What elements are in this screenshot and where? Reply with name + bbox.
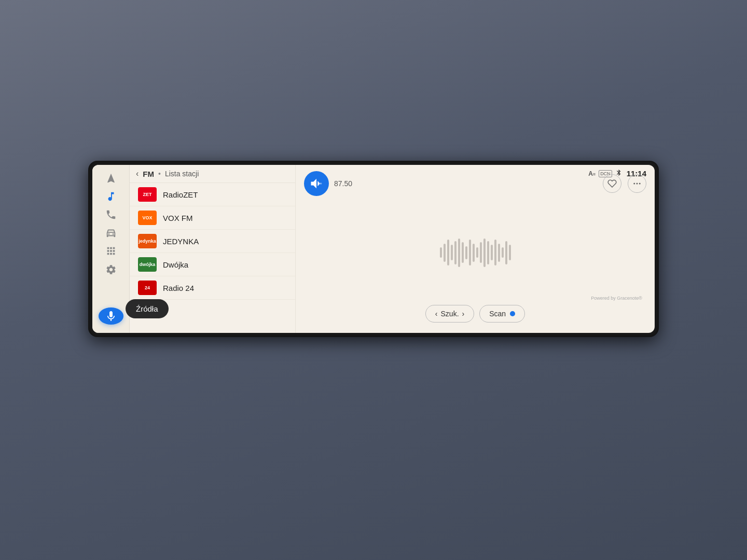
infotainment-screen: A≡ DCN 11:14 — [92, 165, 655, 333]
wave-bar — [480, 242, 482, 263]
player-actions — [603, 174, 646, 193]
wave-bar — [476, 247, 478, 258]
wave-bar — [487, 241, 489, 264]
station-logo: jedynka — [138, 234, 157, 248]
wave-bar — [440, 247, 442, 258]
separator-dot: • — [158, 170, 161, 178]
list-item[interactable]: dwójkaDwójka — [130, 253, 295, 276]
player-panel: 87.50 Powered by Gracenot — [296, 165, 655, 333]
more-options-button[interactable] — [628, 174, 646, 193]
seek-label: Szuk. — [441, 310, 459, 318]
sidebar — [92, 165, 130, 333]
car-dashboard: A≡ DCN 11:14 — [0, 0, 747, 560]
frequency-display: 87.50 — [334, 179, 352, 188]
wave-bar — [451, 245, 453, 260]
wave-bar — [483, 239, 486, 267]
wave-bar — [444, 244, 446, 262]
svg-point-6 — [639, 183, 641, 185]
waveform-container: Powered by Gracenote® — [304, 200, 646, 305]
station-logo: dwójka — [138, 257, 157, 272]
svg-point-1 — [112, 233, 114, 235]
station-name: JEDYNKA — [163, 237, 199, 246]
sidebar-item-settings[interactable] — [101, 262, 121, 276]
station-logo: VOX — [138, 211, 157, 225]
station-name: VOX FM — [163, 214, 193, 222]
seek-next-icon: › — [462, 310, 465, 318]
scan-label: Scan — [489, 310, 506, 318]
wave-bar — [473, 244, 475, 262]
wave-bar — [458, 239, 460, 267]
station-logo: 24 — [138, 281, 157, 295]
back-button[interactable]: ‹ — [136, 169, 139, 178]
scan-dot-indicator — [510, 311, 515, 316]
list-title: Lista stacji — [165, 170, 199, 178]
seek-prev-icon: ‹ — [435, 310, 438, 318]
svg-point-4 — [633, 183, 635, 185]
powered-by-label: Powered by Gracenote® — [591, 296, 642, 301]
sidebar-item-car[interactable] — [101, 226, 121, 240]
station-playing-icon — [304, 171, 329, 196]
wave-bar — [447, 240, 449, 265]
player-controls: ‹ Szuk. › Scan — [304, 305, 646, 323]
station-logo: ZET — [138, 187, 157, 202]
station-list-header: ‹ FM • Lista stacji — [130, 165, 295, 183]
favorite-button[interactable] — [603, 174, 621, 193]
wave-bar — [469, 240, 471, 265]
screen-bezel: A≡ DCN 11:14 — [88, 161, 659, 337]
list-item[interactable]: 24Radio 24 — [130, 276, 295, 300]
sidebar-item-phone[interactable] — [101, 207, 121, 221]
svg-point-3 — [320, 183, 322, 185]
sidebar-item-apps[interactable] — [101, 244, 121, 258]
sidebar-item-navigation[interactable] — [101, 171, 121, 185]
wave-bar — [465, 246, 467, 259]
svg-point-0 — [108, 233, 109, 235]
list-item[interactable]: ZETRadioZET — [130, 183, 295, 206]
wave-bar — [462, 242, 464, 263]
list-item[interactable]: VOXVOX FM — [130, 206, 295, 230]
wave-bar — [454, 241, 457, 264]
list-item[interactable]: jedynkaJEDYNKA — [130, 230, 295, 253]
station-name: RadioZET — [163, 190, 198, 199]
seek-button[interactable]: ‹ Szuk. › — [425, 305, 474, 323]
waveform — [440, 237, 511, 268]
svg-point-5 — [637, 183, 638, 185]
band-label: FM — [143, 170, 154, 178]
station-name: Dwójka — [163, 260, 188, 269]
wave-bar — [502, 247, 504, 258]
station-list-items: ZETRadioZETVOXVOX FMjedynkaJEDYNKAdwójka… — [130, 183, 295, 300]
wave-bar — [509, 245, 511, 260]
wave-bar — [491, 245, 493, 260]
wave-bar — [498, 244, 500, 262]
station-info: 87.50 — [304, 171, 352, 196]
player-header: 87.50 — [304, 171, 646, 196]
scan-button[interactable]: Scan — [479, 305, 525, 323]
sidebar-item-music[interactable] — [101, 189, 121, 203]
station-name: Radio 24 — [163, 284, 194, 292]
wave-bar — [494, 240, 496, 265]
sources-tooltip[interactable]: Źródła — [126, 299, 169, 318]
voice-button[interactable] — [99, 307, 123, 325]
wave-bar — [505, 241, 507, 264]
